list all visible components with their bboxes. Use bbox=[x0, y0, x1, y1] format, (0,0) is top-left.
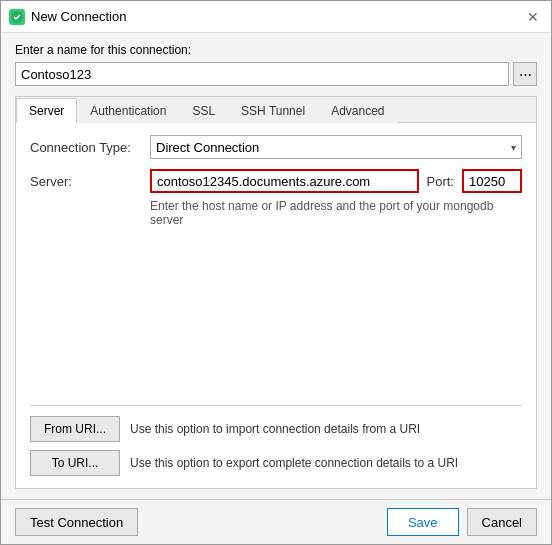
title-bar-left: New Connection bbox=[9, 9, 126, 25]
dots-icon: ⋯ bbox=[519, 67, 532, 82]
from-uri-row: From URI... Use this option to import co… bbox=[30, 416, 522, 442]
close-button[interactable]: ✕ bbox=[523, 7, 543, 27]
save-button[interactable]: Save bbox=[387, 508, 459, 536]
tab-advanced[interactable]: Advanced bbox=[318, 98, 397, 123]
tabs-header: Server Authentication SSL SSH Tunnel Adv… bbox=[16, 97, 536, 123]
tab-ssl[interactable]: SSL bbox=[179, 98, 228, 123]
app-icon bbox=[9, 9, 25, 25]
port-input[interactable] bbox=[462, 169, 522, 193]
test-connection-button[interactable]: Test Connection bbox=[15, 508, 138, 536]
name-label: Enter a name for this connection: bbox=[15, 43, 537, 57]
port-label: Port: bbox=[427, 174, 454, 189]
server-input-wrapper: Port: bbox=[150, 169, 522, 193]
tab-server[interactable]: Server bbox=[16, 98, 77, 123]
connection-type-dropdown-wrapper[interactable]: Direct Connection ▾ bbox=[150, 135, 522, 159]
to-uri-button[interactable]: To URI... bbox=[30, 450, 120, 476]
title-bar: New Connection ✕ bbox=[1, 1, 551, 33]
server-hint-text: Enter the host name or IP address and th… bbox=[150, 199, 522, 227]
to-uri-row: To URI... Use this option to export comp… bbox=[30, 450, 522, 476]
server-label: Server: bbox=[30, 174, 150, 189]
spacer bbox=[30, 237, 522, 405]
tab-ssh-tunnel[interactable]: SSH Tunnel bbox=[228, 98, 318, 123]
bottom-right-buttons: Save Cancel bbox=[387, 508, 537, 536]
tab-content-server: Connection Type: Direct Connection ▾ Ser… bbox=[16, 123, 536, 488]
to-uri-description: Use this option to export complete conne… bbox=[130, 456, 458, 470]
connection-type-select[interactable]: Direct Connection bbox=[150, 135, 522, 159]
server-input[interactable] bbox=[150, 169, 419, 193]
tab-authentication[interactable]: Authentication bbox=[77, 98, 179, 123]
bottom-bar: Test Connection Save Cancel bbox=[1, 499, 551, 544]
connection-name-input[interactable] bbox=[15, 62, 509, 86]
tabs-panel: Server Authentication SSL SSH Tunnel Adv… bbox=[15, 96, 537, 489]
connection-type-label: Connection Type: bbox=[30, 140, 150, 155]
uri-section: From URI... Use this option to import co… bbox=[30, 405, 522, 476]
cancel-button[interactable]: Cancel bbox=[467, 508, 537, 536]
dialog-title: New Connection bbox=[31, 9, 126, 24]
server-port-row: Server: Port: bbox=[30, 169, 522, 193]
dialog-body: Enter a name for this connection: ⋯ Serv… bbox=[1, 33, 551, 499]
connection-type-row: Connection Type: Direct Connection ▾ bbox=[30, 135, 522, 159]
from-uri-description: Use this option to import connection det… bbox=[130, 422, 420, 436]
name-row: ⋯ bbox=[15, 62, 537, 86]
from-uri-button[interactable]: From URI... bbox=[30, 416, 120, 442]
browse-button[interactable]: ⋯ bbox=[513, 62, 537, 86]
new-connection-dialog: New Connection ✕ Enter a name for this c… bbox=[0, 0, 552, 545]
